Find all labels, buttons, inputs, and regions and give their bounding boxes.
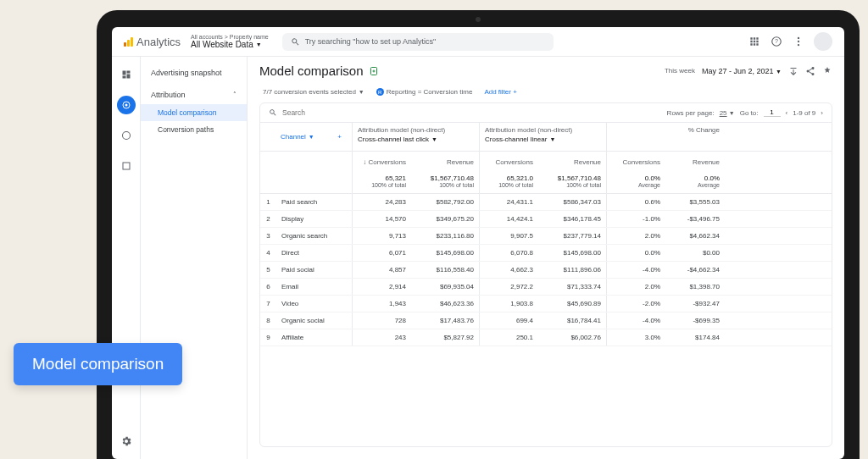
filter-events[interactable]: 7/7 conversion events selected ▼	[259, 86, 368, 97]
more-icon[interactable]	[792, 35, 805, 48]
group-a-title: Attribution model (non-direct)	[358, 126, 474, 134]
page-next[interactable]: ›	[821, 109, 823, 117]
table-row[interactable]: 9Affiliate243$5,827.92250.1$6,002.763.0%…	[260, 329, 832, 346]
settings-icon[interactable]	[117, 432, 136, 451]
group-c-title: % Change	[612, 126, 720, 134]
goto-input[interactable]	[764, 108, 781, 117]
group-b-model-select[interactable]: Cross-channel linear ▼	[485, 135, 601, 143]
callout-label: Model comparison	[14, 343, 182, 385]
comparison-table: Rows per page: 25 ▼ Go to: ‹ 1-9 of 9 › …	[259, 102, 832, 447]
page-range: 1-9 of 9	[793, 109, 815, 117]
col-a-rev[interactable]: Revenue	[411, 152, 479, 170]
export-icon[interactable]	[369, 66, 379, 76]
svg-point-6	[125, 104, 127, 107]
sidebar: Advertising snapshot Attribution ˄ Model…	[141, 57, 248, 459]
chevron-up-icon: ˄	[233, 91, 236, 98]
rail-configure-icon[interactable]	[117, 157, 136, 175]
search-placeholder: Try searching "how to set up Analytics"	[305, 37, 437, 46]
sidebar-snapshot[interactable]: Advertising snapshot	[141, 65, 247, 80]
search-icon	[291, 37, 300, 47]
help-icon[interactable]: ?	[770, 35, 783, 48]
brand-name: Analytics	[136, 36, 181, 48]
table-search-input[interactable]	[282, 108, 662, 117]
group-b-title: Attribution model (non-direct)	[485, 126, 601, 134]
table-row[interactable]: 3Organic search9,713$233,116.809,907.5$2…	[260, 228, 832, 245]
filter-reporting[interactable]: RReporting = Conversion time	[373, 86, 476, 97]
app-header: Analytics All accounts > Property name A…	[112, 27, 844, 57]
table-row[interactable]: 4Direct6,071$145,698.006,070.8$145,698.0…	[260, 245, 832, 262]
col-c-conv[interactable]: Conversions	[606, 152, 665, 170]
goto-label: Go to:	[740, 109, 759, 117]
table-row[interactable]: 2Display14,570$349,675.2014,424.1$346,17…	[260, 211, 832, 228]
search-icon	[269, 108, 277, 117]
table-row[interactable]: 7Video1,943$46,623.361,903.8$45,690.89-2…	[260, 296, 832, 312]
svg-rect-7	[123, 163, 130, 169]
svg-text:?: ?	[775, 38, 778, 44]
add-filter-button[interactable]: Add filter +	[481, 86, 520, 97]
col-c-rev[interactable]: Revenue	[665, 152, 725, 170]
rows-per-page-label: Rows per page:	[667, 109, 715, 117]
nav-rail	[112, 57, 141, 459]
group-a-model-select[interactable]: Cross-channel last click ▼	[358, 135, 474, 143]
date-range[interactable]: May 27 - Jun 2, 2021 ▼	[702, 67, 782, 75]
share-icon[interactable]	[805, 66, 815, 76]
table-row[interactable]: 8Organic social728$17,483.76699.4$16,784…	[260, 312, 832, 329]
insights-icon[interactable]	[822, 66, 832, 76]
account-selected: All Website Data	[191, 40, 253, 49]
table-row[interactable]: 1Paid search24,283$582,792.0024,431.1$58…	[260, 194, 832, 211]
col-b-conv[interactable]: Conversions	[479, 152, 538, 170]
add-dimension-icon[interactable]: +	[332, 128, 347, 146]
analytics-logo[interactable]: Analytics	[124, 36, 181, 48]
svg-point-2	[798, 37, 799, 39]
analytics-icon	[124, 37, 133, 47]
rail-advertising-icon[interactable]	[117, 96, 136, 114]
page-prev[interactable]: ‹	[786, 109, 788, 117]
col-a-conv[interactable]: ↓ Conversions	[352, 152, 411, 170]
account-switcher[interactable]: All accounts > Property name All Website…	[191, 34, 269, 50]
channel-column-header[interactable]: Channel ▼+	[275, 123, 352, 151]
col-b-rev[interactable]: Revenue	[538, 152, 606, 170]
sidebar-item-conversion-paths[interactable]: Conversion paths	[141, 121, 247, 138]
rail-home-icon[interactable]	[117, 65, 136, 84]
table-row[interactable]: 6Email2,914$69,935.042,972.2$71,333.742.…	[260, 279, 832, 296]
sidebar-section-attribution[interactable]: Attribution ˄	[141, 86, 247, 104]
date-label: This week	[665, 67, 695, 75]
table-row[interactable]: 5Paid social4,857$116,558.404,662.3$111,…	[260, 262, 832, 279]
rows-per-page-select[interactable]: 25 ▼	[720, 109, 735, 117]
svg-point-3	[798, 41, 799, 42]
page-title: Model comparison	[259, 64, 364, 78]
download-icon[interactable]	[788, 66, 798, 76]
rail-explore-icon[interactable]	[117, 126, 136, 145]
totals-row: 65,321100% of total $1,567,710.48100% of…	[260, 170, 832, 194]
avatar[interactable]	[814, 32, 832, 51]
sidebar-item-model-comparison[interactable]: Model comparison	[141, 104, 247, 121]
account-breadcrumb: All accounts > Property name	[191, 34, 269, 41]
chevron-down-icon: ▼	[256, 41, 262, 48]
global-search[interactable]: Try searching "how to set up Analytics"	[282, 33, 554, 51]
svg-point-4	[798, 44, 799, 46]
apps-icon[interactable]	[748, 35, 761, 48]
